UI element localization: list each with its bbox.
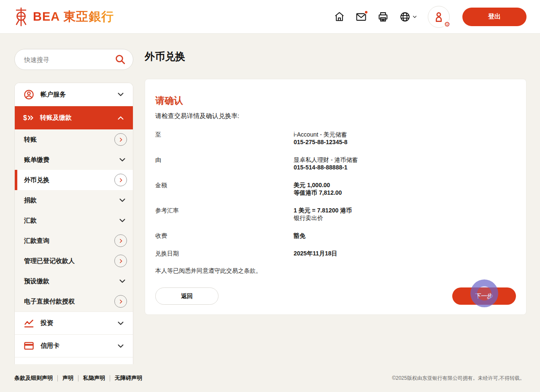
detail-row-date: 兑换日期 2025年11月18日 <box>155 250 516 257</box>
content: 帐户服务 $ 转账及缴款 转账 账 <box>0 34 540 364</box>
detail-row-to: 至 i-Account - 美元储蓄 015-275-88-12345-8 <box>155 131 516 146</box>
confirmation-card: 请确认 请检查交易详情及确认兑换率: 至 i-Account - 美元储蓄 01… <box>145 79 526 315</box>
amount-usd: 美元 1,000.00 <box>294 181 342 189</box>
search-icon[interactable] <box>114 54 126 67</box>
chevron-down-icon <box>118 277 127 286</box>
circle-arrow-right-icon <box>114 234 127 247</box>
chevron-up-icon <box>116 113 125 123</box>
sidebar-item-credit-card[interactable]: 信用卡 <box>15 334 133 357</box>
gear-icon: ⚙ <box>443 20 451 29</box>
exchange-rate: 1 美元 = 7.81200 港币 <box>294 207 352 214</box>
sidebar-menu: 帐户服务 $ 转账及缴款 转账 账 <box>14 83 133 364</box>
sidebar-item-label: 转账及缴款 <box>40 114 116 122</box>
back-button[interactable]: 返回 <box>155 287 219 305</box>
chevron-down-icon <box>118 155 127 164</box>
divider <box>78 375 78 381</box>
card-heading: 请确认 <box>155 94 516 107</box>
chevron-down-icon <box>116 319 125 328</box>
header: BEA 東亞銀行 <box>0 0 540 34</box>
next-button[interactable]: 下一步 <box>452 287 516 305</box>
sidebar-item-remittance[interactable]: 汇款 <box>15 210 133 231</box>
chevron-down-icon <box>118 216 127 225</box>
sidebar-item-label: 帐户服务 <box>40 91 116 99</box>
main-panel: 外币兑换 请确认 请检查交易详情及确认兑换率: 至 i-Account - 美元… <box>145 49 526 364</box>
circle-arrow-right-icon <box>114 174 127 186</box>
mail-icon[interactable] <box>355 11 367 23</box>
quick-search <box>14 49 133 70</box>
person-icon <box>432 11 445 23</box>
divider <box>110 375 110 381</box>
circle-arrow-right-icon <box>114 255 127 267</box>
sidebar-item-edda[interactable]: 电子直接付款授权 <box>15 291 133 311</box>
sidebar-item-transfer[interactable]: 转账 <box>15 129 133 150</box>
card-subheading: 请检查交易详情及确认兑换率: <box>155 112 516 120</box>
detail-row-amount: 金额 美元 1,000.00 等值港币 7,812.00 <box>155 181 516 196</box>
footer: 条款及细则声明 声明 私隐声明 无障碍声明 ©2025版权由东亚银行有限公司拥有… <box>0 364 540 392</box>
footer-link-terms[interactable]: 条款及细则声明 <box>14 374 53 382</box>
unread-badge <box>364 10 368 14</box>
bea-logo[interactable]: BEA 東亞銀行 <box>14 7 114 27</box>
footer-link-privacy[interactable]: 私隐声明 <box>83 374 105 382</box>
sidebar-item-manage-payees[interactable]: 管理已登记收款人 <box>15 251 133 271</box>
home-icon[interactable] <box>334 11 345 22</box>
chevron-down-icon <box>118 196 127 205</box>
circle-arrow-right-icon <box>114 295 127 308</box>
sidebar-item-account-services[interactable]: 帐户服务 <box>15 83 133 106</box>
detail-row-from: 由 显卓私人理财 - 港币储蓄 015-514-88-88888-1 <box>155 156 516 171</box>
terms-note: 本人等已阅悉并同意遵守此交易之条款。 <box>155 267 516 275</box>
circle-arrow-right-icon <box>114 133 127 146</box>
header-actions: ⚙ 登出 <box>334 6 526 28</box>
line-chart-icon <box>23 317 35 329</box>
footer-link-accessibility[interactable]: 无障碍声明 <box>115 374 142 382</box>
profile-button[interactable]: ⚙ <box>428 6 450 28</box>
sidebar-item-remittance-enquiry[interactable]: 汇款查询 <box>15 231 133 251</box>
credit-card-icon <box>23 340 35 352</box>
bea-emblem-icon <box>14 7 29 27</box>
sidebar-item-donation[interactable]: 捐款 <box>15 190 133 210</box>
dollar-transfer-icon: $ <box>23 114 34 122</box>
detail-row-fee: 收费 豁免 <box>155 232 516 239</box>
sidebar: 帐户服务 $ 转账及缴款 转账 账 <box>14 49 133 364</box>
footer-link-disclaimer[interactable]: 声明 <box>62 374 73 382</box>
divider <box>57 375 58 381</box>
rate-type: 银行卖出价 <box>294 214 352 222</box>
detail-row-rate: 参考汇率 1 美元 = 7.81200 港币 银行卖出价 <box>155 207 516 222</box>
logo-text: BEA 東亞銀行 <box>33 8 114 25</box>
sidebar-item-scheduled-payment[interactable]: 预设缴款 <box>15 271 133 291</box>
sidebar-item-transfers-payments[interactable]: $ 转账及缴款 <box>15 106 133 129</box>
to-account-name: i-Account - 美元储蓄 <box>294 131 348 138</box>
exchange-date: 2025年11月18日 <box>294 250 338 257</box>
print-icon[interactable] <box>377 11 389 23</box>
to-account-number: 015-275-88-12345-8 <box>294 138 348 146</box>
sidebar-item-clipped <box>15 357 133 364</box>
sidebar-item-foreign-exchange[interactable]: 外币兑换 <box>15 170 133 190</box>
language-globe-icon[interactable] <box>399 11 418 23</box>
user-circle-icon <box>23 89 35 100</box>
fee-value: 豁免 <box>294 232 305 239</box>
button-row: 返回 下一步 <box>155 287 516 305</box>
amount-hkd-equivalent: 等值港币 7,812.00 <box>294 189 342 196</box>
sidebar-item-investment[interactable]: 投资 <box>15 311 133 334</box>
footer-links: 条款及细则声明 声明 私隐声明 无障碍声明 <box>14 374 142 382</box>
chevron-down-icon <box>116 341 125 351</box>
copyright-text: ©2025版权由东亚银行有限公司拥有。未经许可,不得转载。 <box>392 375 525 382</box>
chevron-down-icon <box>116 90 125 99</box>
chevron-down-icon <box>412 14 418 20</box>
sidebar-item-bill-payment[interactable]: 账单缴费 <box>15 150 133 170</box>
logout-button[interactable]: 登出 <box>462 8 526 26</box>
page-title: 外币兑换 <box>145 50 526 63</box>
from-account-name: 显卓私人理财 - 港币储蓄 <box>294 156 358 164</box>
from-account-number: 015-514-88-88888-1 <box>294 164 358 171</box>
